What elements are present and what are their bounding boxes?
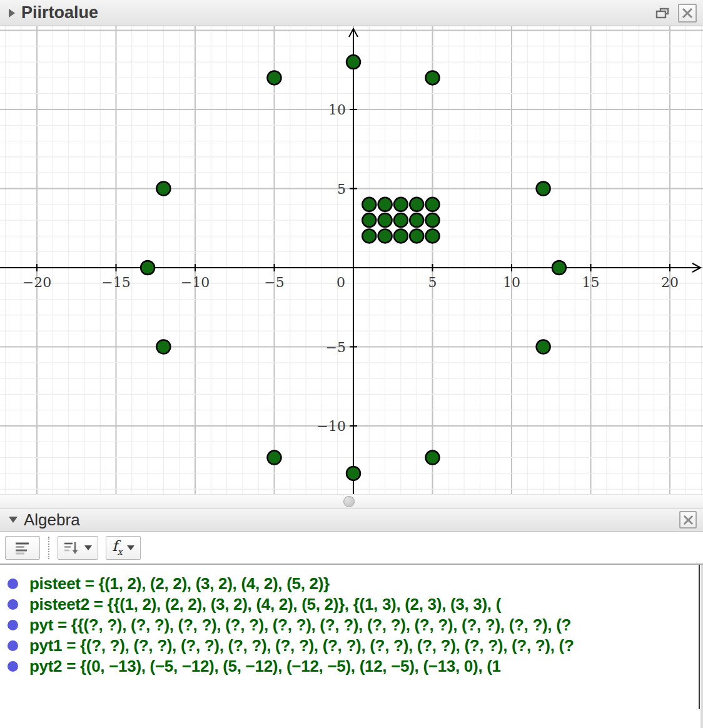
- algebra-entry-pisteet2[interactable]: pisteet2 = {{(1, 2), (2, 2), (3, 2), (4,…: [0, 594, 703, 615]
- object-visibility-bullet-icon[interactable]: [8, 661, 18, 672]
- algebra-entry-pyt2[interactable]: pyt2 = {(0, −13), (−5, −12), (5, −12), (…: [0, 656, 703, 677]
- splitter-handle-icon[interactable]: [343, 496, 355, 507]
- point-pisteet2[interactable]: [394, 229, 408, 243]
- svg-text:−5: −5: [264, 275, 284, 290]
- sort-descending-icon: [64, 540, 80, 555]
- point-pisteet2[interactable]: [426, 198, 440, 211]
- point-pyt2[interactable]: [268, 451, 281, 465]
- grid: [0, 26, 703, 494]
- point-pyt2[interactable]: [346, 55, 360, 69]
- detach-window-icon[interactable]: [655, 8, 669, 19]
- object-visibility-bullet-icon[interactable]: [8, 640, 18, 651]
- point-pisteet2[interactable]: [410, 213, 423, 227]
- graph-panel-header: Piirtoalue: [0, 0, 703, 26]
- object-visibility-bullet-icon[interactable]: [8, 599, 18, 610]
- fx-icon: fx: [112, 539, 122, 556]
- point-pisteet2[interactable]: [378, 198, 392, 211]
- chevron-down-icon: [127, 545, 134, 550]
- point-pisteet2[interactable]: [362, 198, 376, 211]
- algebra-entry-text: pisteet = {(1, 2), (2, 2), (3, 2), (4, 2…: [29, 574, 330, 594]
- geogebra-window: Piirtoalue −20−15−10−505101520−10−5510: [0, 0, 703, 728]
- drawing-pad[interactable]: −20−15−10−505101520−10−5510: [0, 26, 703, 494]
- svg-text:−10: −10: [181, 275, 210, 290]
- svg-text:−15: −15: [101, 275, 130, 290]
- point-pisteet2[interactable]: [410, 198, 423, 211]
- algebra-panel-header: Algebra: [0, 508, 703, 532]
- algebra-list: pisteet = {(1, 2), (2, 2), (3, 2), (4, 2…: [0, 565, 703, 728]
- algebra-toolbar: fx: [0, 532, 703, 565]
- toolbar-separator: [48, 537, 49, 559]
- point-pisteet2[interactable]: [362, 213, 376, 227]
- point-pyt2[interactable]: [156, 182, 170, 196]
- svg-text:−20: −20: [23, 275, 51, 290]
- object-visibility-bullet-icon[interactable]: [8, 579, 18, 589]
- algebra-entry-pyt[interactable]: pyt = {{(?, ?), (?, ?), (?, ?), (?, ?), …: [0, 615, 703, 635]
- point-pyt2[interactable]: [537, 340, 550, 354]
- auxiliary-objects-button[interactable]: [5, 536, 40, 560]
- svg-text:0: 0: [336, 275, 345, 290]
- point-pisteet2[interactable]: [426, 229, 440, 243]
- algebra-entry-pyt1[interactable]: pyt1 = {(?, ?), (?, ?), (?, ?), (?, ?), …: [0, 635, 703, 656]
- close-icon: [682, 8, 693, 19]
- algebra-entry-text: pyt = {{(?, ?), (?, ?), (?, ?), (?, ?), …: [29, 615, 571, 635]
- graph-header-actions: [655, 4, 697, 23]
- list-right-border: [699, 565, 700, 709]
- svg-text:20: 20: [661, 275, 679, 290]
- point-pyt2[interactable]: [426, 451, 440, 465]
- point-pisteet2[interactable]: [426, 213, 440, 227]
- point-pyt2[interactable]: [268, 71, 281, 84]
- svg-text:−5: −5: [326, 340, 346, 355]
- function-tools-button[interactable]: fx: [106, 536, 141, 560]
- graph-panel-title: Piirtoalue: [21, 3, 98, 23]
- point-pisteet2[interactable]: [378, 229, 392, 243]
- point-pisteet2[interactable]: [410, 229, 423, 243]
- algebra-entry-text: pyt1 = {(?, ?), (?, ?), (?, ?), (?, ?), …: [29, 636, 574, 655]
- point-pisteet2[interactable]: [394, 213, 408, 227]
- algebra-entry-pisteet[interactable]: pisteet = {(1, 2), (2, 2), (3, 2), (4, 2…: [0, 574, 703, 594]
- point-pisteet2[interactable]: [378, 213, 392, 227]
- point-pyt2[interactable]: [552, 261, 566, 275]
- point-pyt2[interactable]: [141, 261, 154, 275]
- svg-text:10: 10: [503, 275, 520, 290]
- algebra-panel-title: Algebra: [24, 510, 80, 530]
- list-right-strip: [700, 565, 703, 728]
- collapse-algebra-panel-icon[interactable]: [9, 517, 18, 523]
- panel-splitter[interactable]: [0, 494, 703, 508]
- svg-text:5: 5: [337, 181, 346, 197]
- point-pyt2[interactable]: [537, 182, 550, 196]
- plot-svg: −20−15−10−505101520−10−5510: [0, 26, 703, 494]
- list-lines-icon: [14, 541, 31, 555]
- point-pisteet2[interactable]: [362, 229, 376, 243]
- point-pisteet2[interactable]: [394, 198, 408, 211]
- point-pyt2[interactable]: [426, 71, 440, 84]
- close-graph-panel-button[interactable]: [678, 4, 697, 23]
- axes: [0, 29, 700, 494]
- svg-text:10: 10: [328, 102, 346, 118]
- algebra-header-actions: [679, 511, 697, 528]
- point-pyt2[interactable]: [156, 340, 170, 354]
- svg-text:−10: −10: [317, 418, 346, 434]
- svg-text:5: 5: [428, 275, 437, 290]
- close-algebra-panel-button[interactable]: [679, 511, 697, 528]
- chevron-down-icon: [84, 545, 92, 550]
- close-icon: [683, 515, 694, 525]
- collapse-graph-panel-icon[interactable]: [9, 9, 15, 18]
- svg-text:15: 15: [582, 275, 600, 290]
- algebra-entry-text: pyt2 = {(0, −13), (−5, −12), (5, −12), (…: [29, 657, 501, 676]
- point-pyt2[interactable]: [346, 467, 360, 480]
- object-visibility-bullet-icon[interactable]: [8, 620, 18, 630]
- sort-objects-button[interactable]: [58, 536, 98, 560]
- algebra-entry-text: pisteet2 = {{(1, 2), (2, 2), (3, 2), (4,…: [29, 595, 501, 614]
